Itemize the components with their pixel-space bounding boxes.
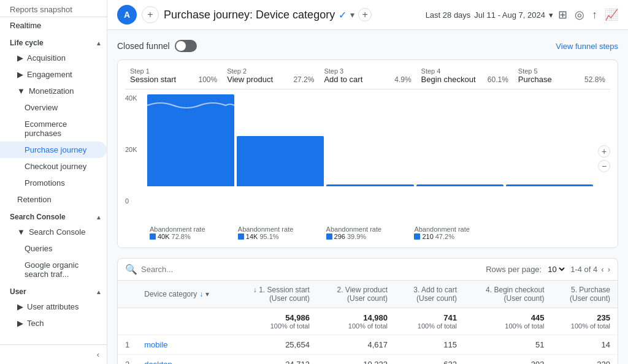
search-console-section-label: Search Console — [10, 213, 66, 221]
row2-view-product: 10,223 — [317, 355, 395, 365]
row1-device[interactable]: mobile — [137, 335, 232, 355]
abandon-step3: Abandonment rate 296 39.9% — [324, 226, 412, 240]
rows-per-page-select[interactable]: 10 25 50 — [545, 264, 567, 275]
view-funnel-steps-link[interactable]: View funnel steps — [556, 42, 618, 51]
abandon-val-4: 210 47.2% — [414, 233, 497, 240]
step2-pct: 27.2% — [293, 75, 314, 84]
totals-row: 54,986 100% of total 14,980 100% of tota… — [118, 308, 618, 335]
wave-svg — [147, 99, 234, 112]
bar-step4 — [416, 184, 504, 186]
sidebar-item-organic-search[interactable]: Google organic search traf... — [0, 257, 107, 282]
user-section[interactable]: User ▲ — [0, 282, 107, 298]
step3-name: Add to cart — [324, 75, 362, 84]
row1-add-to-cart: 115 — [395, 335, 464, 355]
abandon-pct-3: 39.9% — [347, 233, 366, 240]
abandon-count-2: 14K — [246, 233, 258, 240]
bar-step3 — [326, 184, 413, 186]
table-row: 2 desktop 24,713 10,223 622 393 220 — [118, 355, 618, 365]
search-input[interactable] — [141, 265, 264, 274]
prev-page-button[interactable]: ‹ — [601, 265, 603, 274]
row1-view-product: 4,617 — [317, 335, 395, 355]
search-console-label: Search Console — [29, 227, 86, 237]
sidebar-item-queries[interactable]: Queries — [0, 240, 107, 257]
step3-label: Step 3 — [324, 67, 411, 75]
collapse-icon: ‹ — [97, 350, 99, 359]
zoom-in-button[interactable]: + — [598, 145, 610, 157]
checkout-journey-label: Checkout journey — [25, 162, 86, 171]
add-comparison-button[interactable]: + — [358, 8, 372, 21]
sidebar-item-engagement[interactable]: ▶ Engagement — [0, 66, 107, 83]
search-console-section[interactable]: Search Console ▲ — [0, 208, 107, 224]
row2-device[interactable]: desktop — [137, 355, 232, 365]
realtime-link[interactable]: Realtime — [0, 17, 107, 34]
sidebar-item-checkout-journey[interactable]: Checkout journey — [0, 158, 107, 175]
th-device-dropdown[interactable]: ▾ — [205, 290, 209, 298]
th-device-label: Device category — [144, 290, 197, 298]
th-device[interactable]: Device category ↓ ▾ — [137, 281, 232, 308]
table-header-row: Device category ↓ ▾ ↓ 1. Session start (… — [118, 281, 618, 308]
bar-step1 — [147, 94, 234, 186]
sidebar-item-search-console[interactable]: ▼ Search Console — [0, 224, 107, 240]
abandon-label-1: Abandonment rate — [150, 226, 233, 233]
row1-begin-checkout: 51 — [464, 335, 551, 355]
overview-label: Overview — [25, 103, 58, 112]
add-property-button[interactable]: + — [142, 6, 159, 23]
step5-pct: 52.8% — [584, 75, 605, 84]
sidebar: Reports snapshot Realtime Life cycle ▲ ▶… — [0, 0, 107, 364]
share-icon[interactable]: ↑ — [592, 9, 597, 21]
abandon-count-1: 40K — [158, 233, 170, 240]
bar-step5-container — [506, 94, 593, 186]
collapse-sidebar-button[interactable]: ‹ — [0, 344, 107, 364]
y-0: 0 — [125, 197, 142, 205]
sidebar-item-user-attributes[interactable]: ▶ User attributes — [0, 298, 107, 315]
data-table: 🔍 Rows per page: 10 25 50 1-4 of 4 ‹ › — [117, 258, 618, 364]
abandon-val-2: 14K 95.1% — [238, 233, 321, 240]
abandon-pct-2: 95.1% — [259, 233, 278, 240]
compare-icon[interactable]: ⊞ — [558, 8, 567, 21]
funnel-step-4: Step 4 Begin checkout 60.1% — [416, 67, 513, 84]
sidebar-item-monetization[interactable]: ▼ Monetization — [0, 83, 107, 99]
abandon-val-3: 296 39.9% — [326, 233, 410, 240]
abandon-step4: Abandonment rate 210 47.2% — [412, 226, 500, 240]
row1-session-start: 25,654 — [232, 335, 316, 355]
sidebar-item-acquisition[interactable]: ▶ Acquisition — [0, 50, 107, 66]
reports-snapshot-link[interactable]: Reports snapshot — [0, 0, 107, 17]
sidebar-item-overview[interactable]: Overview — [0, 99, 107, 116]
acquisition-label: Acquisition — [27, 53, 66, 63]
sidebar-item-purchase-journey[interactable]: Purchase journey — [0, 142, 107, 158]
insights-icon[interactable]: ◎ — [575, 8, 584, 21]
arrow-icon: ▶ — [17, 302, 23, 311]
row2-add-to-cart: 622 — [395, 355, 464, 365]
th-view-product: 2. View product (User count) — [317, 281, 395, 308]
abandon-label-3: Abandonment rate — [326, 226, 410, 233]
dropdown-icon[interactable]: ▾ — [350, 10, 354, 20]
rows-per-page-label: Rows per page: — [486, 265, 542, 274]
date-range[interactable]: Last 28 days Jul 11 - Aug 7, 2024 ▾ — [426, 10, 553, 20]
main-area: A + Purchase journey: Device category ✓ … — [107, 0, 628, 364]
chart-icon[interactable]: 📈 — [605, 8, 618, 21]
th-add-to-cart: 3. Add to cart (User count) — [395, 281, 464, 308]
promotions-label: Promotions — [25, 178, 65, 188]
lifecycle-section[interactable]: Life cycle ▲ — [0, 34, 107, 50]
sidebar-item-tech[interactable]: ▶ Tech — [0, 315, 107, 332]
zoom-controls: + − — [598, 145, 610, 172]
avatar: A — [117, 5, 137, 25]
next-page-button[interactable]: › — [608, 265, 610, 274]
sidebar-item-retention[interactable]: Retention — [0, 191, 107, 208]
zoom-out-button[interactable]: − — [598, 160, 610, 172]
abandon-count-3: 296 — [334, 233, 345, 240]
closed-funnel-switch[interactable] — [175, 40, 197, 52]
sidebar-item-ecommerce[interactable]: Ecommerce purchases — [0, 116, 107, 142]
abandon-pct-4: 47.2% — [435, 233, 454, 240]
th-purchase: 5. Purchase (User count) — [552, 281, 618, 308]
arrow-icon: ▼ — [17, 86, 25, 96]
page-title-text: Purchase journey: Device category — [164, 9, 335, 21]
page-title: Purchase journey: Device category ✓ ▾ + — [164, 8, 421, 21]
sidebar-item-promotions[interactable]: Promotions — [0, 175, 107, 191]
bar-step1-container — [147, 94, 234, 186]
funnel-step-5: Step 5 Purchase 52.8% — [513, 67, 610, 84]
organic-search-label: Google organic search traf... — [25, 260, 102, 279]
search-box: 🔍 — [125, 264, 264, 275]
abandon-count-4: 210 — [422, 233, 433, 240]
ecommerce-label: Ecommerce purchases — [25, 119, 102, 138]
